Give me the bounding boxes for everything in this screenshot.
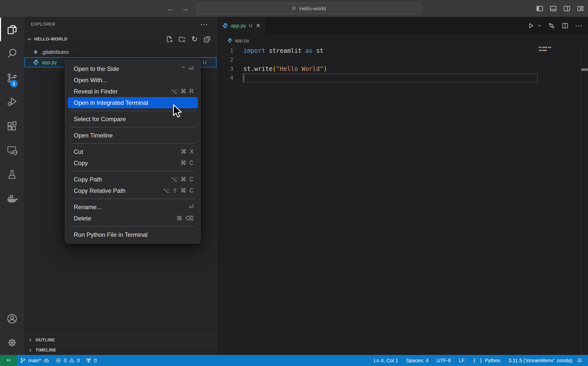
chevron-down-icon	[27, 36, 32, 42]
tab-strip: app.py U ✕ ⋯	[217, 17, 588, 34]
menu-item-select-for-compare[interactable]: Select for Compare	[68, 113, 198, 125]
git-branch-status[interactable]: main*	[17, 355, 52, 366]
cursor-position-status[interactable]: Ln 4, Col 1	[370, 355, 402, 366]
python-file-icon	[227, 38, 233, 43]
active-view-indicator	[0, 18, 1, 41]
vscode-window: ← → Hello-world 1 EXPLORER ⋯	[0, 0, 588, 366]
menu-separator	[70, 111, 195, 111]
file-name: app.py	[42, 60, 57, 65]
run-python-file-icon[interactable]	[527, 22, 535, 29]
timeline-section-header[interactable]: TIMELINE	[24, 345, 216, 355]
minimap[interactable]	[539, 47, 551, 53]
activity-bar: 1	[0, 17, 24, 355]
run-debug-icon[interactable]	[6, 96, 18, 108]
menu-item-reveal-in-finder[interactable]: Reveal in Finder⌥ ⌘ R	[68, 86, 198, 97]
branch-name: main*	[28, 358, 41, 363]
nav-forward-icon[interactable]: →	[181, 4, 189, 13]
menu-item-copy-path[interactable]: Copy Path⌥ ⌘ C	[68, 174, 198, 185]
menu-item-open-timeline[interactable]: Open Timeline	[68, 130, 198, 141]
folder-name: HELLO-WORLD	[34, 37, 67, 42]
outline-section-header[interactable]: OUTLINE	[24, 335, 216, 345]
menu-item-open-in-integrated-terminal[interactable]: Open in Integrated Terminal	[68, 97, 198, 108]
file-name: .gitattributes	[41, 49, 69, 55]
notifications-bell-icon[interactable]	[576, 357, 583, 364]
overview-ruler[interactable]	[581, 46, 588, 355]
file-row-gitattributes[interactable]: .gitattributes	[24, 47, 216, 57]
python-file-icon	[222, 23, 228, 29]
remote-explorer-icon[interactable]	[6, 144, 18, 156]
remote-icon	[5, 357, 12, 364]
chevron-right-icon	[28, 348, 33, 353]
scm-badge: 1	[10, 80, 18, 87]
new-folder-icon[interactable]	[178, 35, 186, 43]
braces-icon: { }	[473, 357, 483, 363]
menu-item-open-with[interactable]: Open With...	[68, 74, 198, 86]
sidebar-title: EXPLORER	[31, 22, 55, 27]
menu-separator	[70, 143, 195, 144]
toggle-secondary-sidebar-icon[interactable]	[563, 5, 571, 13]
code-line-4: 4	[217, 73, 588, 82]
menu-item-run-python-file-in-terminal[interactable]: Run Python File in Terminal	[68, 229, 198, 240]
nav-back-icon[interactable]: ←	[167, 4, 175, 13]
run-dropdown-chevron-icon[interactable]	[537, 23, 542, 28]
toggle-primary-sidebar-icon[interactable]	[536, 5, 544, 13]
tab-app-py[interactable]: app.py U ✕	[217, 17, 265, 34]
encoding-status[interactable]: UTF-8	[433, 355, 455, 366]
code-line-2: 2	[217, 55, 588, 64]
menu-item-copy-relative-path[interactable]: Copy Relative Path⌥ ⇧ ⌘ C	[68, 185, 198, 196]
menu-item-copy[interactable]: Copy⌘ C	[68, 157, 198, 169]
menu-item-delete[interactable]: Delete⌘ ⌫	[68, 213, 198, 224]
python-file-icon	[33, 59, 39, 66]
open-changes-icon[interactable]	[548, 22, 555, 29]
warnings-icon	[68, 357, 75, 364]
status-bar: main* 0 0 0 Ln 4, Col 1 Spaces: 4 UTF-8 …	[0, 355, 588, 366]
menu-separator	[70, 127, 195, 127]
testing-icon[interactable]	[6, 168, 18, 180]
explorer-icon[interactable]	[6, 24, 18, 36]
breadcrumb[interactable]: app.py	[217, 34, 588, 46]
code-area[interactable]: 1 import streamlit as st 2 3 st.write("H…	[217, 46, 588, 82]
explorer-more-actions-icon[interactable]: ⋯	[200, 22, 208, 27]
errors-icon	[55, 357, 62, 364]
indentation-status[interactable]: Spaces: 4	[402, 355, 433, 366]
remote-indicator[interactable]	[0, 355, 17, 366]
overview-ruler-cursor-mark	[581, 68, 588, 71]
menu-separator	[70, 171, 195, 171]
git-branch-icon	[20, 357, 26, 364]
accounts-icon[interactable]	[6, 313, 18, 325]
editor-more-actions-icon[interactable]: ⋯	[575, 23, 582, 28]
python-interpreter-status[interactable]: 3.11.5 ('streamlitenv': conda)	[504, 355, 576, 366]
menu-item-open-to-the-side[interactable]: Open to the Side⌃ ⏎	[68, 63, 198, 74]
outline-label: OUTLINE	[35, 338, 55, 343]
docker-icon[interactable]	[6, 193, 18, 205]
git-untracked-badge: U	[203, 60, 206, 65]
customize-layout-icon[interactable]	[576, 5, 584, 13]
ports-status[interactable]: 0	[83, 355, 99, 366]
collapse-folders-icon[interactable]	[203, 35, 211, 43]
language-mode-status[interactable]: { } Python	[469, 355, 504, 366]
editor-group: app.py U ✕ ⋯ app.py 1 import streamlit a…	[217, 17, 588, 355]
git-file-icon	[32, 49, 39, 55]
search-view-icon[interactable]	[6, 48, 18, 60]
command-center-search[interactable]: Hello-world	[196, 3, 421, 14]
radio-tower-icon	[85, 357, 92, 364]
tab-untracked-badge: U	[249, 23, 252, 28]
context-menu: Open to the Side⌃ ⏎ Open With... Reveal …	[65, 60, 201, 244]
chevron-right-icon	[28, 338, 33, 343]
tab-close-icon[interactable]: ✕	[256, 23, 261, 29]
tab-label: app.py	[231, 23, 246, 29]
eol-status[interactable]: LF	[455, 355, 469, 366]
menu-item-rename[interactable]: Rename...⏎	[68, 201, 198, 213]
split-editor-icon[interactable]	[561, 22, 569, 29]
folder-section-hello-world[interactable]: HELLO-WORLD ↻	[24, 34, 216, 45]
menu-item-cut[interactable]: Cut⌘ X	[68, 146, 198, 157]
error-count: 0	[64, 358, 66, 363]
new-file-icon[interactable]	[165, 35, 174, 43]
toggle-panel-icon[interactable]	[549, 5, 557, 13]
problems-status[interactable]: 0 0	[52, 355, 83, 366]
sync-cloud-icon	[43, 357, 50, 364]
code-line-1: 1 import streamlit as st	[217, 46, 588, 55]
settings-gear-icon[interactable]	[6, 337, 18, 349]
refresh-icon[interactable]: ↻	[190, 35, 199, 43]
extensions-icon[interactable]	[6, 120, 18, 132]
